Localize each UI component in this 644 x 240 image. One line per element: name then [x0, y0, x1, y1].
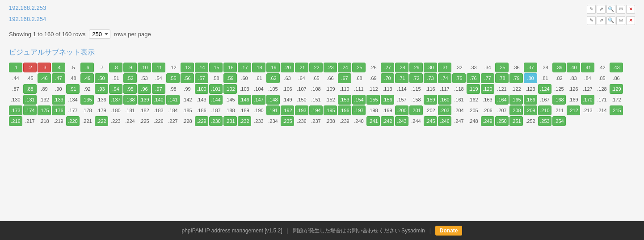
subnet-cell-229[interactable]: .229	[195, 116, 208, 126]
subnet-cell-53[interactable]: .53	[138, 73, 151, 83]
subnet-cell-190[interactable]: .190	[252, 105, 265, 115]
subnet-cell-176[interactable]: .176	[52, 105, 65, 115]
subnet-cell-22[interactable]: .22	[309, 63, 323, 72]
subnet-cell-27[interactable]: .27	[381, 63, 394, 72]
subnet-cell-51[interactable]: .51	[109, 73, 122, 83]
subnet-cell-56[interactable]: .56	[181, 73, 194, 83]
subnet-cell-18[interactable]: .18	[252, 63, 265, 72]
subnet-cell-193[interactable]: .193	[295, 105, 308, 115]
subnet-cell-151[interactable]: .151	[309, 95, 323, 105]
subnet-cell-122[interactable]: .122	[509, 84, 523, 94]
subnet-cell-43[interactable]: .43	[610, 63, 623, 72]
subnet-cell-73[interactable]: .73	[424, 73, 437, 83]
search-btn-254[interactable]: 🔍	[606, 16, 615, 25]
subnet-cell-253[interactable]: .253	[538, 116, 551, 126]
subnet-cell-195[interactable]: .195	[324, 105, 337, 115]
delete-btn-254[interactable]: ✕	[626, 16, 635, 25]
subnet-cell-203[interactable]: .203	[438, 105, 451, 115]
subnet-cell-211[interactable]: .211	[552, 105, 566, 115]
subnet-cell-223[interactable]: .223	[109, 116, 122, 126]
subnet-cell-155[interactable]: .155	[366, 95, 380, 105]
subnet-cell-114[interactable]: .114	[395, 84, 408, 94]
subnet-cell-175[interactable]: .175	[38, 105, 51, 115]
subnet-cell-241[interactable]: .241	[366, 116, 380, 126]
subnet-cell-169[interactable]: .169	[567, 95, 580, 105]
subnet-cell-84[interactable]: .84	[581, 73, 594, 83]
subnet-cell-212[interactable]: .212	[567, 105, 580, 115]
subnet-cell-21[interactable]: .21	[295, 63, 308, 72]
subnet-cell-85[interactable]: .85	[595, 73, 609, 83]
subnet-cell-221[interactable]: .221	[80, 116, 94, 126]
subnet-cell-104[interactable]: .104	[252, 84, 265, 94]
subnet-cell-110[interactable]: .110	[338, 84, 351, 94]
subnet-cell-225[interactable]: .225	[138, 116, 151, 126]
subnet-cell-35[interactable]: .35	[495, 63, 509, 72]
subnet-cell-179[interactable]: .179	[95, 105, 108, 115]
subnet-cell-194[interactable]: .194	[309, 105, 323, 115]
subnet-cell-242[interactable]: .242	[381, 116, 394, 126]
subnet-cell-4[interactable]: .4	[52, 63, 65, 72]
delete-btn-253[interactable]: ✕	[626, 5, 635, 14]
subnet-cell-233[interactable]: .233	[252, 116, 265, 126]
subnet-cell-1[interactable]: .1	[9, 63, 22, 72]
subnet-cell-65[interactable]: .65	[309, 73, 323, 83]
subnet-cell-88[interactable]: .88	[23, 84, 37, 94]
subnet-cell-61[interactable]: .61	[252, 73, 265, 83]
subnet-cell-72[interactable]: .72	[409, 73, 423, 83]
subnet-cell-13[interactable]: .13	[181, 63, 194, 72]
subnet-cell-159[interactable]: .159	[424, 95, 437, 105]
subnet-cell-70[interactable]: .70	[381, 73, 394, 83]
subnet-cell-219[interactable]: .219	[52, 116, 65, 126]
subnet-cell-38[interactable]: .38	[538, 63, 551, 72]
subnet-cell-94[interactable]: .94	[109, 84, 122, 94]
subnet-cell-248[interactable]: .248	[467, 116, 480, 126]
subnet-cell-181[interactable]: .181	[123, 105, 137, 115]
subnet-cell-97[interactable]: .97	[152, 84, 165, 94]
subnet-cell-213[interactable]: .213	[581, 105, 594, 115]
subnet-cell-59[interactable]: .59	[223, 73, 237, 83]
subnet-cell-132[interactable]: .132	[38, 95, 51, 105]
subnet-cell-63[interactable]: .63	[281, 73, 294, 83]
subnet-cell-23[interactable]: .23	[324, 63, 337, 72]
subnet-cell-125[interactable]: .125	[552, 84, 566, 94]
subnet-cell-228[interactable]: .228	[181, 116, 194, 126]
subnet-cell-127[interactable]: .127	[581, 84, 594, 94]
subnet-cell-124[interactable]: .124	[538, 84, 551, 94]
subnet-cell-11[interactable]: .11	[152, 63, 165, 72]
subnet-cell-121[interactable]: .121	[495, 84, 509, 94]
subnet-cell-69[interactable]: .69	[366, 73, 380, 83]
subnet-cell-196[interactable]: .196	[338, 105, 351, 115]
subnet-cell-47[interactable]: .47	[52, 73, 65, 83]
subnet-cell-143[interactable]: .143	[195, 95, 208, 105]
subnet-cell-244[interactable]: .244	[409, 116, 423, 126]
subnet-cell-163[interactable]: .163	[481, 95, 494, 105]
subnet-cell-75[interactable]: .75	[452, 73, 466, 83]
subnet-cell-6[interactable]: .6	[80, 63, 94, 72]
subnet-cell-245[interactable]: .245	[424, 116, 437, 126]
subnet-cell-67[interactable]: .67	[338, 73, 351, 83]
subnet-cell-17[interactable]: .17	[238, 63, 251, 72]
subnet-cell-30[interactable]: .30	[424, 63, 437, 72]
subnet-cell-77[interactable]: .77	[481, 73, 494, 83]
subnet-cell-95[interactable]: .95	[123, 84, 137, 94]
subnet-cell-31[interactable]: .31	[438, 63, 451, 72]
subnet-cell-79[interactable]: .79	[509, 73, 523, 83]
subnet-cell-36[interactable]: .36	[509, 63, 523, 72]
subnet-cell-254[interactable]: .254	[552, 116, 566, 126]
subnet-cell-91[interactable]: .91	[66, 84, 80, 94]
subnet-cell-49[interactable]: .49	[80, 73, 94, 83]
subnet-cell-3[interactable]: .3	[38, 63, 51, 72]
subnet-cell-15[interactable]: .15	[209, 63, 223, 72]
subnet-cell-48[interactable]: .48	[66, 73, 80, 83]
subnet-cell-41[interactable]: .41	[581, 63, 594, 72]
subnet-cell-199[interactable]: .199	[381, 105, 394, 115]
subnet-cell-236[interactable]: .236	[295, 116, 308, 126]
subnet-cell-215[interactable]: .215	[610, 105, 623, 115]
subnet-cell-106[interactable]: .106	[281, 84, 294, 94]
subnet-cell-105[interactable]: .105	[266, 84, 280, 94]
subnet-cell-37[interactable]: .37	[524, 63, 537, 72]
subnet-cell-146[interactable]: .146	[238, 95, 251, 105]
subnet-cell-234[interactable]: .234	[266, 116, 280, 126]
subnet-cell-231[interactable]: .231	[223, 116, 237, 126]
subnet-cell-209[interactable]: .209	[524, 105, 537, 115]
